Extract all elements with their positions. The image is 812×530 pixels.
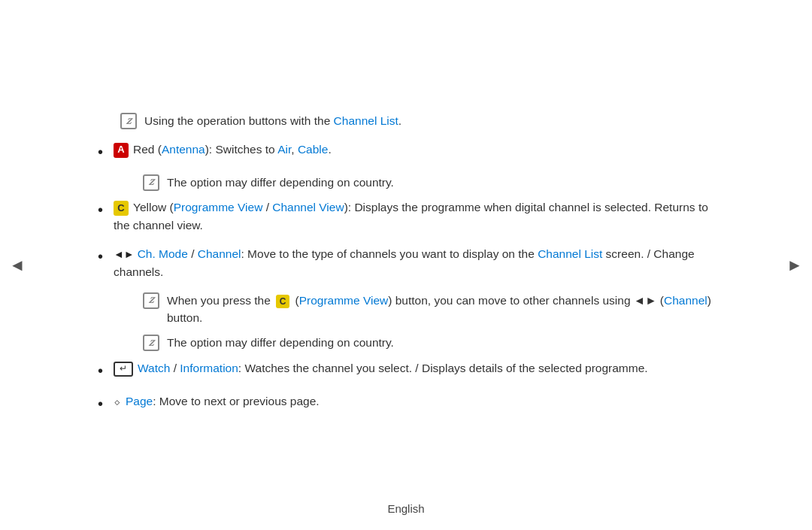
bullet-dot-5: • <box>98 392 103 415</box>
red-badge: A <box>114 143 129 158</box>
bullet-antenna: • ARed (Antenna): Switches to Air, Cable… <box>98 141 714 163</box>
bullet-watch: • Watch / Information: Watches the chann… <box>98 359 714 382</box>
nav-arrow-left[interactable]: ◄ <box>6 247 29 284</box>
note-icon-4: 𝒁 <box>143 335 159 351</box>
page-container: ◄ ► 𝒁 Using the operation buttons with t… <box>0 0 812 530</box>
nav-arrow-right[interactable]: ► <box>783 247 806 284</box>
note-icon-1: 𝒁 <box>120 113 137 129</box>
watch-icon <box>114 362 133 377</box>
footer: English <box>0 502 812 515</box>
bullet-content-5: ⬦Page: Move to next or previous page. <box>114 392 320 411</box>
note-text-4: The option may differ depending on count… <box>167 334 394 351</box>
page-icon: ⬦ <box>114 392 121 411</box>
note-icon-2: 𝒁 <box>143 174 159 191</box>
bullet-content-1: ARed (Antenna): Switches to Air, Cable. <box>114 141 332 159</box>
yellow-badge: C <box>114 201 129 216</box>
bullet-dot-2: • <box>98 198 103 221</box>
footer-label: English <box>387 502 424 515</box>
bullet-dot-3: • <box>98 245 103 268</box>
right-arrow-icon: ► <box>786 256 803 275</box>
bullet-dot-4: • <box>98 359 103 382</box>
inline-yellow-badge: C <box>276 295 289 308</box>
bullet-dot-1: • <box>98 141 103 163</box>
note-option-country-1: 𝒁 The option may differ depending on cou… <box>98 174 714 191</box>
note-option-country-2: 𝒁 The option may differ depending on cou… <box>98 334 714 351</box>
note-text-2: The option may differ depending on count… <box>167 174 394 191</box>
content-area: 𝒁 Using the operation buttons with the C… <box>83 89 729 440</box>
bullet-ch-mode: • ◄► Ch. Mode / Channel: Move to the typ… <box>98 245 714 281</box>
bullet-content-2: CYellow (Programme View / Channel View):… <box>114 198 714 235</box>
note-programme-view-button: 𝒁 When you press the C (Programme View) … <box>98 292 714 327</box>
bullet-content-4: Watch / Information: Watches the channel… <box>114 359 648 377</box>
note-channel-list: 𝒁 Using the operation buttons with the C… <box>98 112 714 129</box>
bullet-content-3: ◄► Ch. Mode / Channel: Move to the type … <box>114 245 714 281</box>
bullet-programme-view: • CYellow (Programme View / Channel View… <box>98 198 714 235</box>
left-arrow-icon: ◄ <box>9 256 26 275</box>
note-text-3: When you press the C (Programme View) bu… <box>167 292 714 327</box>
bullet-page: • ⬦Page: Move to next or previous page. <box>98 392 714 415</box>
note-icon-3: 𝒁 <box>143 292 159 309</box>
lr-arrows: ◄► <box>114 248 138 260</box>
note-text-1: Using the operation buttons with the Cha… <box>144 112 401 129</box>
